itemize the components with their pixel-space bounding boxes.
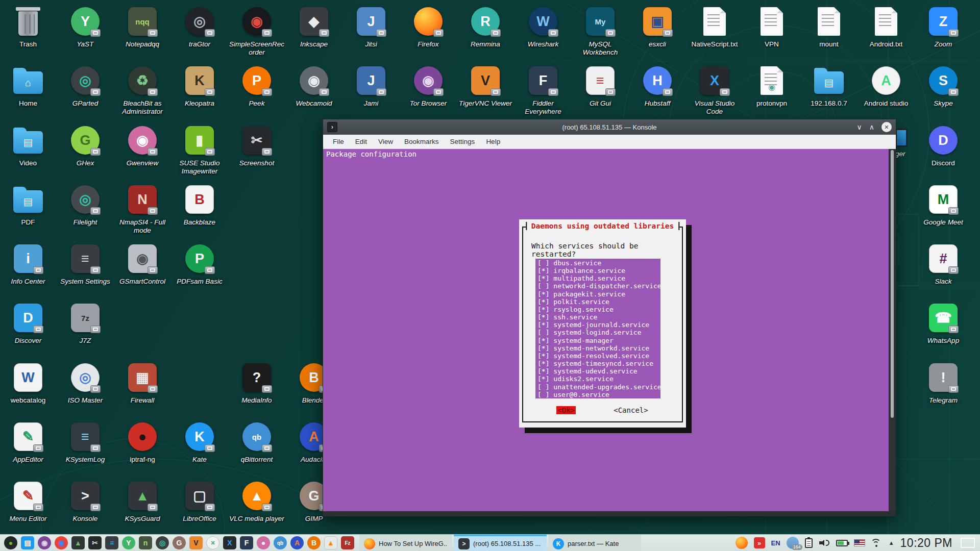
desktop-icon-android-studio[interactable]: AAndroid studio [857, 64, 915, 108]
service-row[interactable]: [*] irqbalance.service [537, 267, 660, 274]
desktop-icon-tigervnc[interactable]: VTigerVNC Viewer [457, 64, 514, 108]
desktop-icon-qbittorrent[interactable]: qbqBittorrent [228, 420, 285, 464]
desktop-icon-zoom[interactable]: ZZoom [915, 5, 972, 48]
battery-icon[interactable] [836, 540, 848, 546]
launcher-audacity[interactable]: A [290, 536, 304, 549]
launcher-notepadqq[interactable]: n [139, 536, 152, 549]
desktop-icon-notepadqq[interactable]: nqqNotepadqq [114, 5, 171, 48]
service-row[interactable]: [*] systemd-networkd.service [537, 344, 660, 352]
desktop-icon-slack[interactable]: #Slack [915, 242, 972, 286]
clipboard-icon[interactable] [805, 538, 813, 548]
terminal-area[interactable]: Package configuration Daemons using outd… [323, 149, 896, 511]
desktop-icon-trash[interactable]: Trash [0, 5, 57, 48]
desktop-icon-esxcli[interactable]: ▣esxcli [629, 5, 686, 48]
service-row[interactable]: [*] systemd-journald.service [537, 321, 660, 329]
menu-file[interactable]: File [327, 136, 350, 147]
launcher-dolphin[interactable]: ▤ [21, 536, 34, 549]
keyboard-layout-indicator[interactable]: EN [771, 539, 780, 547]
ok-button[interactable]: <Ok> [556, 406, 576, 414]
desktop-icon-pdf[interactable]: ▤PDF [0, 183, 57, 227]
desktop-icon-nativescript-txt[interactable]: NativeScript.txt [686, 5, 743, 48]
desktop-icon-info-center[interactable]: iInfo Center [0, 242, 57, 286]
launcher-tor-browser[interactable]: ◉ [38, 536, 51, 549]
desktop-icon-discover[interactable]: DDiscover [0, 302, 57, 345]
desktop-icon-tor-browser[interactable]: ◉Tor Browser [400, 64, 457, 108]
taskbar-task-firefox[interactable]: How To Set Up WireG... [359, 535, 452, 551]
launcher-filezilla[interactable]: Fz [341, 536, 354, 549]
desktop-icon-webcatalog[interactable]: Wwebcatalog [0, 361, 57, 405]
desktop-icon-bleachbit[interactable]: ♻BleachBit as Administrator [114, 64, 171, 116]
desktop-icon-menu-editor[interactable]: ✎Menu Editor [0, 480, 57, 523]
taskbar-task-konsole[interactable]: >(root) 65.108.51.135 ... [454, 535, 547, 551]
service-row[interactable]: [ ] user@0.service [537, 391, 660, 398]
desktop-icon-ksysguard[interactable]: ▲KSysGuard [114, 480, 171, 523]
launcher-blender[interactable]: B [307, 536, 321, 549]
desktop-icon-ip-folder[interactable]: ▤192.168.0.7 [800, 64, 857, 108]
desktop-icon-screenshot[interactable]: ✂Screenshot [228, 124, 285, 167]
desktop-icon-kate[interactable]: KKate [171, 420, 228, 464]
launcher-tigervnc[interactable]: V [189, 536, 203, 549]
launcher-qbittorrent[interactable]: qb [274, 536, 287, 549]
desktop-icon-vlc[interactable]: ▲VLC media player [228, 480, 285, 523]
firefox-tray-icon[interactable] [736, 537, 748, 549]
desktop-icon-ghex[interactable]: GGHex [57, 124, 114, 167]
window-titlebar[interactable]: › (root) 65.108.51.135 — Konsole ∨ ∧ × [323, 119, 896, 135]
desktop-icon-iso-master[interactable]: ◎ISO Master [57, 361, 114, 405]
launcher-vlc[interactable]: ▲ [324, 536, 337, 549]
service-row[interactable]: [*] rsyslog.service [537, 306, 660, 313]
launcher-opensuse-launcher[interactable]: ● [4, 536, 17, 549]
desktop-icon-iptraf-ng[interactable]: ●iptraf-ng [114, 420, 171, 464]
cancel-button[interactable]: <Cancel> [614, 406, 648, 414]
desktop-icon-vscode[interactable]: XVisual Studio Code [686, 64, 743, 116]
desktop-icon-libreoffice[interactable]: ▢LibreOffice [171, 480, 228, 523]
menu-edit[interactable]: Edit [350, 136, 373, 147]
launcher-spectacle[interactable]: ✂ [88, 536, 102, 549]
terminal-scrollbar[interactable] [889, 149, 896, 511]
launcher-vscode[interactable]: X [223, 536, 236, 549]
services-checklist[interactable]: [ ] dbus.service[*] irqbalance.service[*… [535, 259, 660, 398]
desktop-icon-peek[interactable]: PPeek [228, 64, 285, 108]
desktop-icon-simplescreenrecorder[interactable]: ◉SimpleScreenRecorder [228, 5, 285, 57]
launcher-chrome[interactable]: ◉ [55, 536, 68, 549]
desktop-icon-video[interactable]: ▤Video [0, 124, 57, 167]
service-row[interactable]: [*] systemd-udevd.service [537, 367, 660, 375]
desktop-icon-firefox[interactable]: Firefox [400, 5, 457, 48]
desktop-icon-pdfsam[interactable]: PPDFsam Basic [171, 242, 228, 286]
desktop-icon-jitsi[interactable]: JJitsi [342, 5, 400, 48]
launcher-ksysguard[interactable]: ▲ [71, 536, 85, 549]
desktop-icon-konsole[interactable]: >Konsole [57, 480, 114, 523]
launcher-fiddler[interactable]: F [240, 536, 253, 549]
desktop-icon-gparted[interactable]: ◎GParted [57, 64, 114, 108]
service-row[interactable]: [*] multipathd.service [537, 274, 660, 282]
desktop-icon-gsmartcontrol[interactable]: ◉GSmartControl [114, 242, 171, 286]
launcher-remmina[interactable]: × [206, 536, 219, 549]
desktop-icon-system-settings[interactable]: ≡System Settings [57, 242, 114, 286]
desktop-icon-git-gui[interactable]: ≡Git Gui [572, 64, 629, 108]
desktop-icon-whatsapp[interactable]: ☎WhatsApp [915, 302, 972, 345]
desktop-icon-mount[interactable]: mount [800, 5, 857, 48]
desktop-icon-wireshark[interactable]: WWireshark [514, 5, 572, 48]
scrollbar-thumb[interactable] [891, 150, 894, 418]
wifi-icon[interactable] [871, 539, 883, 547]
desktop-icon-suse-imagewriter[interactable]: ▮SUSE Studio Imagewriter [171, 124, 228, 176]
launcher-system-settings[interactable]: ≡ [105, 536, 118, 549]
desktop-icon-backblaze[interactable]: BBackblaze [171, 183, 228, 227]
menu-help[interactable]: Help [480, 136, 506, 147]
clock[interactable]: 10:20 PM [900, 536, 952, 550]
desktop-icon-firewall[interactable]: ▦Firewall [114, 361, 171, 405]
close-icon[interactable]: × [881, 122, 892, 132]
desktop-icon-telegram[interactable]: !Telegram [915, 361, 972, 405]
desktop-icon-yast[interactable]: YYaST [57, 5, 114, 48]
cloud-sync-icon[interactable]: 164 [787, 537, 799, 549]
desktop-icon-android-txt[interactable]: Android.txt [857, 5, 915, 48]
desktop-icon-remmina[interactable]: RRemmina [457, 5, 514, 48]
desktop-icon-kleopatra[interactable]: KKleopatra [171, 64, 228, 108]
desktop-icon-ksystemlog[interactable]: ≡KSystemLog [57, 420, 114, 464]
service-row[interactable]: [*] systemd-manager [537, 337, 660, 344]
us-flag-icon[interactable] [854, 539, 865, 546]
service-row[interactable]: [*] packagekit.service [537, 290, 660, 298]
launcher-gwenview[interactable]: ● [257, 536, 270, 549]
desktop-icon-home[interactable]: ⌂Home [0, 64, 57, 108]
desktop-icon-tragtor[interactable]: ◎traGtor [171, 5, 228, 48]
desktop-icon-vpn[interactable]: VPN [743, 5, 800, 48]
